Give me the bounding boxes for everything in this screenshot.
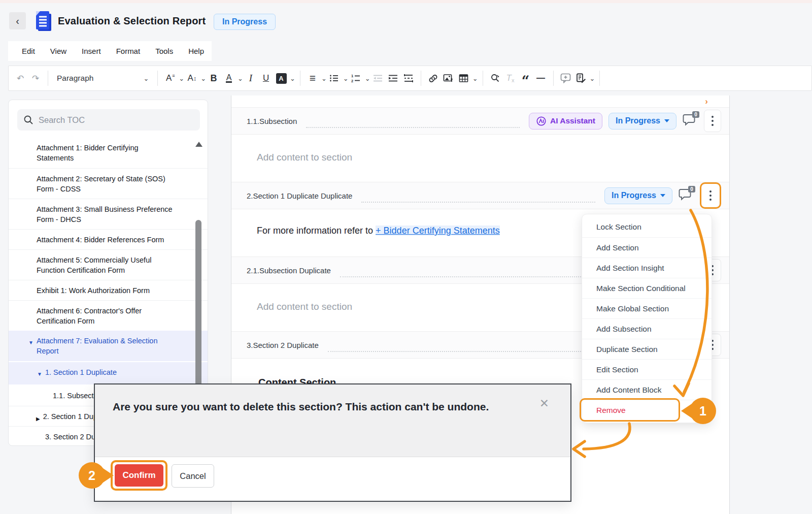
horizontal-line-icon[interactable]: — — [533, 69, 549, 87]
section-title: 1.1.Subsection — [247, 117, 297, 125]
chevron-down-icon[interactable]: ⌄ — [472, 75, 478, 82]
insert-table-icon[interactable] — [456, 69, 471, 87]
chevron-down-icon[interactable]: ⌄ — [179, 75, 184, 82]
toolbar-separator — [157, 71, 158, 86]
font-size-icon[interactable]: A↕ — [184, 69, 199, 87]
menu-item-duplicate-section[interactable]: Duplicate Section — [582, 339, 712, 359]
collapse-indicator-icon[interactable]: › — [705, 97, 708, 107]
underline-icon[interactable]: U — [258, 69, 274, 87]
chevron-down-icon[interactable]: ⌄ — [238, 75, 243, 82]
undo-icon[interactable]: ↶ — [13, 69, 28, 87]
find-and-replace-icon[interactable] — [488, 69, 503, 87]
paragraph-style-dropdown[interactable]: Paragraph ⌄ — [53, 69, 153, 87]
toc-item-attachment-4[interactable]: Attachment 4: Bidder References Form — [9, 229, 208, 249]
text-alignment-icon[interactable]: ≡ — [305, 69, 320, 87]
menu-item-add-section[interactable]: Add Section — [582, 237, 712, 258]
toolbar-separator — [553, 71, 554, 86]
redo-icon[interactable]: ↷ — [28, 69, 43, 87]
toc-item-attachment-1[interactable]: Attachment 1: Bidder Certifying Statemen… — [9, 138, 208, 168]
block-quote-icon[interactable]: “ — [518, 69, 533, 87]
dialog-header: Are you sure you want to delete this sec… — [95, 384, 570, 457]
menu-view[interactable]: View — [44, 47, 73, 55]
menu-help[interactable]: Help — [182, 47, 211, 55]
numbered-list-icon[interactable]: 12 — [349, 69, 364, 87]
section-menu-button[interactable] — [704, 110, 721, 132]
section-status-dropdown[interactable]: In Progress — [604, 187, 672, 204]
ai-assistant-icon — [536, 116, 547, 126]
top-strip — [0, 0, 812, 3]
toc-search[interactable] — [17, 109, 200, 131]
chevron-down-icon[interactable]: ⌄ — [590, 75, 595, 82]
toc-item-attachment-5[interactable]: Attachment 5: Commercially Useful Functi… — [9, 249, 208, 280]
menu-insert[interactable]: Insert — [75, 47, 108, 55]
increase-indent-icon[interactable] — [386, 69, 401, 87]
italic-icon[interactable]: I — [243, 69, 258, 87]
chevron-down-icon[interactable]: ⌄ — [321, 75, 327, 82]
menu-item-make-section-conditional[interactable]: Make Section Conditional — [582, 278, 712, 298]
comments-button[interactable]: 0 — [679, 188, 694, 203]
toc-item-attachment-2[interactable]: Attachment 2: Secretary of State (SOS) F… — [9, 168, 208, 199]
page-break-icon[interactable] — [401, 69, 416, 87]
bold-icon[interactable]: B — [206, 69, 221, 87]
confirm-button[interactable]: Confirm — [115, 464, 163, 487]
decrease-indent-icon[interactable] — [370, 69, 386, 87]
menu-tools[interactable]: Tools — [149, 47, 180, 55]
empty-section-placeholder: Add content to section — [257, 301, 352, 312]
bidder-certifying-statements-link[interactable]: + Bidder Certifying Statements — [376, 226, 500, 236]
dialog-message: Are you sure you want to delete this sec… — [113, 398, 509, 415]
close-icon[interactable]: ✕ — [539, 397, 549, 410]
dotted-leader — [361, 188, 595, 203]
caret-down-icon — [664, 119, 669, 122]
page-title: Evaluation & Selection Report — [58, 15, 206, 27]
menu-format[interactable]: Format — [110, 47, 147, 55]
comment-count-badge: 0 — [688, 186, 695, 192]
section-status-dropdown[interactable]: In Progress — [608, 113, 676, 130]
add-comment-icon[interactable] — [558, 69, 573, 87]
section-title: 2.1.Subsection Duplicate — [247, 266, 331, 275]
menu-item-make-global-section[interactable]: Make Global Section — [582, 298, 712, 318]
chevron-down-icon[interactable]: ⌄ — [343, 75, 349, 82]
toc-item-attachment-7[interactable]: ▼ Attachment 7: Evaluation & Selection R… — [9, 331, 208, 361]
bulleted-list-icon[interactable] — [327, 69, 342, 87]
menu-item-add-subsection[interactable]: Add Subsection — [582, 318, 712, 339]
section-body-1-1[interactable]: Add content to section — [231, 135, 729, 182]
remove-format-icon[interactable]: Tx — [503, 69, 518, 87]
scrollbar-thumb[interactable] — [195, 220, 201, 388]
back-button[interactable]: ‹ — [9, 12, 26, 29]
toc-item-attachment-3[interactable]: Attachment 3: Small Business Preference … — [9, 199, 208, 229]
menu-edit[interactable]: Edit — [15, 47, 42, 55]
toc-item-exhibit-1[interactable]: Exhibit 1: Work Authorization Form — [9, 280, 208, 300]
dotted-leader — [306, 114, 520, 128]
track-changes-icon[interactable] — [573, 69, 589, 87]
chevron-down-icon[interactable]: ⌄ — [290, 75, 295, 82]
chevron-down-icon[interactable]: ⌄ — [365, 75, 370, 82]
search-input[interactable] — [39, 115, 186, 125]
menu-item-add-content-block[interactable]: Add Content Block — [582, 379, 712, 400]
font-color-icon[interactable]: A — [221, 69, 236, 87]
section-header-2: 2.Section 1 Duplicate Duplicate In Progr… — [231, 182, 729, 209]
font-family-icon[interactable]: A≡ — [162, 69, 178, 87]
delete-confirmation-dialog: Are you sure you want to delete this sec… — [94, 383, 571, 502]
ai-assistant-button[interactable]: AI Assistant — [529, 113, 602, 130]
section-menu-button[interactable] — [702, 184, 719, 207]
section-context-menu: Lock Section Add Section Add Section Ins… — [582, 214, 712, 423]
menu-item-lock-section[interactable]: Lock Section — [582, 217, 712, 237]
confirm-button-highlight: Confirm — [111, 460, 167, 491]
insert-image-icon[interactable] — [441, 69, 456, 87]
triangle-down-icon: ▼ — [28, 338, 33, 348]
back-chevron-icon: ‹ — [16, 15, 19, 27]
comments-button[interactable]: 0 — [683, 113, 698, 128]
insert-link-icon[interactable] — [426, 69, 441, 87]
chevron-down-icon[interactable]: ⌄ — [200, 75, 206, 82]
cancel-button[interactable]: Cancel — [172, 464, 214, 488]
section-header-1-1: 1.1.Subsection AI Assistant In Progress … — [231, 108, 729, 135]
scrollbar-up-arrow-icon[interactable] — [195, 142, 202, 147]
toc-item-attachment-6[interactable]: Attachment 6: Contractor's Offer Certifi… — [9, 300, 208, 331]
menu-item-add-section-insight[interactable]: Add Section Insight — [582, 258, 712, 278]
menu-item-remove[interactable]: Remove — [582, 400, 712, 420]
menu-item-edit-section[interactable]: Edit Section — [582, 359, 712, 379]
toc-item-section-1-duplicate[interactable]: ▼ 1. Section 1 Duplicate — [9, 362, 208, 384]
document-icon — [33, 10, 53, 35]
highlight-color-icon[interactable]: A — [274, 69, 289, 87]
document-status-badge: In Progress — [214, 14, 276, 30]
